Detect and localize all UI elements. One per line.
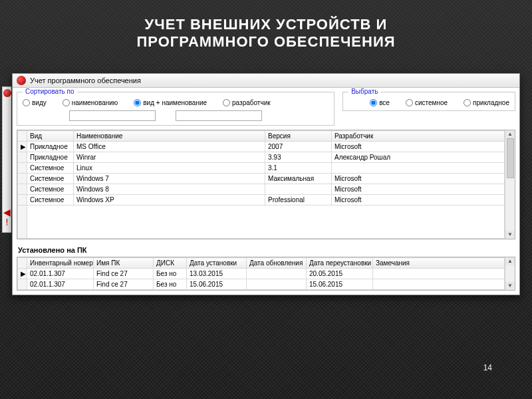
search-input-2[interactable]: [176, 110, 262, 121]
scrollbar[interactable]: ▲ ▼: [505, 130, 515, 239]
table-row[interactable]: СистемноеLinux3.1: [18, 163, 505, 174]
scroll-up-icon[interactable]: ▲: [505, 130, 515, 138]
col-disk[interactable]: ДИСК: [154, 258, 187, 269]
sort-legend: Сортировать по: [23, 88, 77, 95]
select-radio-all[interactable]: все: [370, 99, 390, 106]
window-title: Учет программного обеспечения: [30, 76, 141, 84]
select-radio-system[interactable]: системное: [406, 99, 448, 106]
sort-radio-kind-name[interactable]: вид + наименование: [134, 99, 207, 106]
table-row[interactable]: СистемноеWindows 7МаксимальнаяMicrosoft: [18, 174, 505, 184]
scroll-thumb[interactable]: [507, 138, 514, 178]
table-row[interactable]: ПрикладноеWinrar3.93Александр Рошал: [18, 152, 505, 163]
sort-radio-kind[interactable]: виду: [23, 99, 47, 106]
marker-icon: ◀: [3, 207, 11, 217]
warning-icon: !: [3, 217, 11, 227]
select-radio-app[interactable]: прикладное: [464, 99, 509, 106]
titlebar[interactable]: Учет программного обеспечения: [13, 74, 519, 88]
software-window: Учет программного обеспечения Сортироват…: [12, 73, 520, 295]
select-groupbox: Выбрать все системное прикладное: [342, 92, 515, 111]
col-kind[interactable]: Вид: [27, 131, 74, 142]
left-toolbar: ◀ !: [2, 86, 11, 233]
app-icon: [17, 76, 26, 85]
sort-radio-name[interactable]: наименованию: [63, 99, 118, 106]
table-row[interactable]: СистемноеWindows XPProfessionalMicrosoft: [18, 195, 505, 205]
col-install[interactable]: Дата установки: [187, 258, 247, 269]
installed-title: Установлено на ПК: [13, 243, 519, 257]
scroll-down-icon[interactable]: ▼: [505, 282, 515, 290]
page-number: 14: [483, 363, 492, 372]
col-update[interactable]: Дата обновления: [247, 258, 307, 269]
table-row[interactable]: ▶ПрикладноеMS Office2007Microsoft: [18, 142, 505, 152]
col-pc[interactable]: Имя ПК: [94, 258, 154, 269]
installed-grid[interactable]: Инвентарный номер Имя ПК ДИСК Дата устан…: [17, 257, 515, 291]
search-input-1[interactable]: [69, 110, 156, 121]
grid-header-row[interactable]: Вид Наименование Версия Разработчик: [18, 131, 505, 142]
scroll-up-icon[interactable]: ▲: [505, 257, 515, 265]
col-name[interactable]: Наименование: [74, 131, 265, 142]
sort-radio-developer[interactable]: разработчик: [223, 99, 271, 106]
table-row[interactable]: 02.01.1.307Find ce 27Без но15.06.201515.…: [18, 279, 505, 290]
col-developer[interactable]: Разработчик: [332, 131, 505, 142]
slide-title: УЧЕТ ВНЕШНИХ УСТРОЙСТВ И ПРОГРАММНОГО ОБ…: [0, 0, 532, 63]
software-grid[interactable]: Вид Наименование Версия Разработчик ▶При…: [17, 130, 515, 239]
table-row[interactable]: ▶02.01.1.307Find ce 27Без но13.03.201520…: [18, 269, 505, 279]
col-reinstall[interactable]: Дата переустановки: [307, 258, 373, 269]
select-legend: Выбрать: [348, 88, 380, 95]
col-inv[interactable]: Инвентарный номер: [27, 258, 94, 269]
grid2-header-row[interactable]: Инвентарный номер Имя ПК ДИСК Дата устан…: [18, 258, 505, 269]
col-version[interactable]: Версия: [265, 131, 332, 142]
scrollbar-2[interactable]: ▲ ▼: [505, 257, 515, 290]
scroll-down-icon[interactable]: ▼: [505, 231, 515, 239]
col-notes[interactable]: Замечания: [373, 258, 505, 269]
table-row[interactable]: СистемноеWindows 8Microsoft: [18, 184, 505, 195]
sort-groupbox: Сортировать по виду наименованию вид + н…: [17, 92, 334, 126]
